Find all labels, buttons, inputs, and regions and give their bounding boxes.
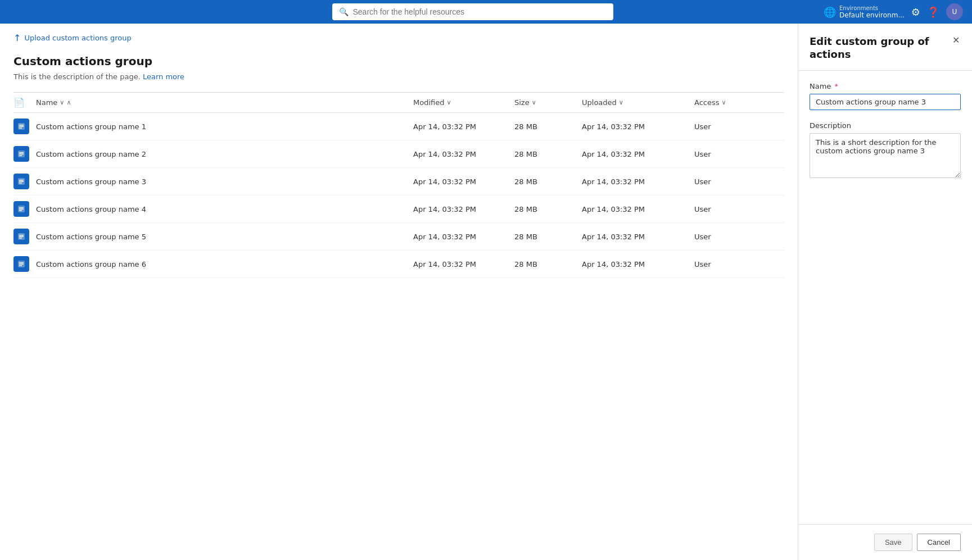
row-name: Custom actions group name 4 [36, 205, 413, 213]
svg-rect-15 [19, 210, 22, 211]
table-row[interactable]: Custom actions group name 1 Apr 14, 03:3… [13, 113, 784, 140]
upload-bar[interactable]: ↑ Upload custom actions group [13, 33, 784, 43]
row-icon-cell [13, 201, 36, 217]
size-sort-icon: ∨ [532, 99, 536, 106]
row-access: User [694, 260, 784, 268]
environment-switcher[interactable]: 🌐 Environments Default environm... [824, 5, 905, 19]
cancel-button[interactable]: Cancel [917, 534, 961, 551]
sort-down-icon: ∨ [60, 99, 64, 106]
row-size: 28 MB [514, 177, 582, 186]
row-icon-cell [13, 229, 36, 244]
table-row[interactable]: Custom actions group name 3 Apr 14, 03:3… [13, 168, 784, 195]
row-access: User [694, 233, 784, 241]
row-uploaded: Apr 14, 03:32 PM [582, 260, 694, 268]
row-size: 28 MB [514, 260, 582, 268]
save-button[interactable]: Save [874, 534, 912, 551]
header-icon-col: 📄 [13, 97, 36, 108]
row-uploaded: Apr 14, 03:32 PM [582, 233, 694, 241]
row-icon-cell [13, 174, 36, 189]
row-size: 28 MB [514, 122, 582, 131]
learn-more-link[interactable]: Learn more [143, 72, 184, 81]
row-name: Custom actions group name 6 [36, 260, 413, 268]
table-row[interactable]: Custom actions group name 6 Apr 14, 03:3… [13, 251, 784, 278]
name-label: Name * [810, 82, 961, 90]
close-panel-button[interactable]: ✕ [951, 35, 961, 46]
row-icon-cell [13, 146, 36, 162]
row-access: User [694, 205, 784, 213]
nav-right: 🌐 Environments Default environm... ⚙️ ❓ … [824, 3, 963, 20]
side-panel-footer: Save Cancel [798, 524, 972, 560]
file-icon [13, 119, 29, 134]
search-box[interactable]: 🔍 [332, 3, 613, 20]
table-row[interactable]: Custom actions group name 5 Apr 14, 03:3… [13, 223, 784, 251]
header-uploaded[interactable]: Uploaded ∨ [582, 98, 694, 107]
page-title: Custom actions group [13, 54, 784, 68]
required-indicator: * [835, 82, 839, 90]
row-modified: Apr 14, 03:32 PM [413, 233, 514, 241]
file-icon [13, 146, 29, 162]
environment-text: Environments Default environm... [839, 5, 905, 19]
row-uploaded: Apr 14, 03:32 PM [582, 205, 694, 213]
svg-rect-21 [19, 262, 24, 263]
svg-rect-3 [19, 128, 22, 129]
row-size: 28 MB [514, 205, 582, 213]
settings-icon[interactable]: ⚙️ [911, 6, 920, 18]
svg-rect-13 [19, 207, 24, 208]
side-panel-body: Name * Description [798, 71, 972, 524]
svg-rect-11 [19, 183, 22, 184]
description-field-group: Description [810, 121, 961, 180]
row-modified: Apr 14, 03:32 PM [413, 150, 514, 158]
search-container: 🔍 [121, 3, 824, 20]
description-label: Description [810, 121, 961, 130]
svg-rect-1 [19, 125, 24, 126]
environment-label: Environments [839, 5, 905, 11]
row-icon-cell [13, 256, 36, 272]
file-icon [13, 201, 29, 217]
svg-rect-14 [19, 209, 24, 210]
search-input[interactable] [353, 7, 607, 16]
header-size[interactable]: Size ∨ [514, 98, 582, 107]
main-area: ↑ Upload custom actions group Custom act… [0, 24, 972, 560]
row-uploaded: Apr 14, 03:32 PM [582, 122, 694, 131]
side-panel: Edit custom group of actions ✕ Name * De… [798, 24, 972, 560]
row-modified: Apr 14, 03:32 PM [413, 260, 514, 268]
user-avatar[interactable]: U [946, 3, 963, 20]
row-name: Custom actions group name 3 [36, 177, 413, 186]
header-modified[interactable]: Modified ∨ [413, 98, 514, 107]
top-navigation: 🔍 🌐 Environments Default environm... ⚙️ … [0, 0, 972, 24]
search-icon: 🔍 [339, 7, 349, 16]
table-row[interactable]: Custom actions group name 4 Apr 14, 03:3… [13, 195, 784, 223]
description-text: This is the description of the page. [13, 72, 141, 81]
header-access[interactable]: Access ∨ [694, 98, 784, 107]
upload-icon: ↑ [13, 33, 21, 43]
table-header: 📄 Name ∨ ∧ Modified ∨ Size ∨ Uploaded [13, 93, 784, 113]
svg-rect-23 [19, 265, 22, 266]
row-access: User [694, 177, 784, 186]
side-panel-header: Edit custom group of actions ✕ [798, 24, 972, 71]
name-field-group: Name * [810, 82, 961, 110]
row-name: Custom actions group name 5 [36, 233, 413, 241]
svg-rect-18 [19, 236, 24, 238]
svg-rect-10 [19, 181, 24, 183]
environment-name: Default environm... [839, 11, 905, 19]
row-access: User [694, 122, 784, 131]
svg-rect-22 [19, 264, 24, 265]
file-icon [13, 229, 29, 244]
table-row[interactable]: Custom actions group name 2 Apr 14, 03:3… [13, 140, 784, 168]
page-description: This is the description of the page. Lea… [13, 72, 784, 81]
table-body: Custom actions group name 1 Apr 14, 03:3… [13, 113, 784, 278]
help-icon[interactable]: ❓ [927, 6, 939, 18]
upload-label: Upload custom actions group [24, 34, 131, 42]
svg-rect-9 [19, 180, 24, 181]
row-icon-cell [13, 119, 36, 134]
header-name[interactable]: Name ∨ ∧ [36, 98, 413, 107]
file-icon [13, 256, 29, 272]
environment-icon: 🌐 [824, 6, 836, 18]
description-textarea[interactable] [810, 133, 961, 178]
row-modified: Apr 14, 03:32 PM [413, 122, 514, 131]
svg-rect-2 [19, 126, 24, 128]
svg-rect-7 [19, 155, 22, 156]
row-modified: Apr 14, 03:32 PM [413, 205, 514, 213]
name-input[interactable] [810, 94, 961, 110]
row-access: User [694, 150, 784, 158]
